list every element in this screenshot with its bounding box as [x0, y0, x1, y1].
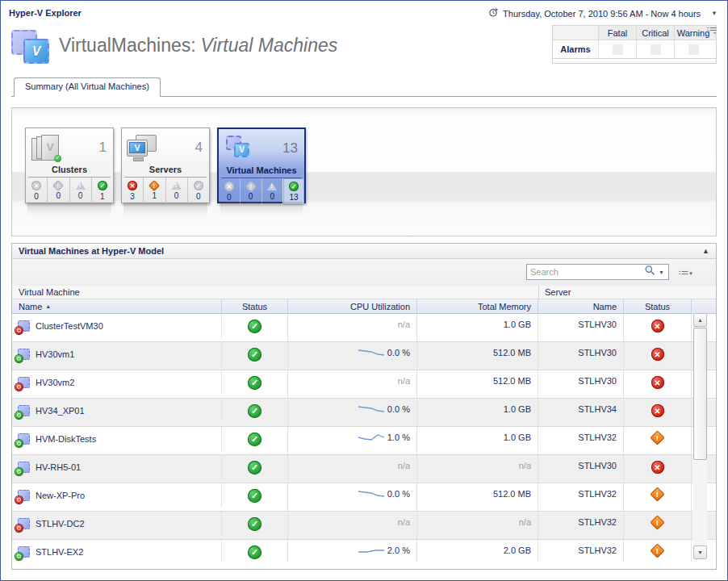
total-memory-cell: 1.0 GB [417, 399, 538, 426]
alarms-warning-cell[interactable] [674, 40, 712, 58]
server-name[interactable]: STLHV30 [578, 376, 617, 386]
vm-name[interactable]: HV30vm2 [36, 378, 74, 387]
cpu-value: 1.0 % [387, 433, 410, 442]
table-row[interactable]: ClusterTestVM30✓n/a1.0 GBSTLHV30✕ [12, 314, 716, 342]
tile-count: 13 [282, 140, 298, 157]
table-row[interactable]: HV30vm2✓n/a512.0 MBSTLHV30✕ [12, 370, 716, 399]
column-header-cpu-utilization[interactable]: CPU Utilization [288, 299, 417, 313]
column-header-server-status[interactable]: Status [624, 299, 692, 313]
vm-name-cell: HV34_XP01 [12, 399, 222, 423]
search-scope-caret-icon[interactable]: ▼ [656, 270, 668, 275]
tab-bar: Summary (All Virtual Machines) [11, 78, 717, 97]
scroll-down-button[interactable]: ▼ [693, 545, 707, 559]
server-name[interactable]: STLHV30 [578, 320, 617, 329]
vm-name-cell: ClusterTestVM30 [12, 314, 222, 338]
magnifier-icon[interactable] [644, 265, 656, 279]
alarms-fatal-cell[interactable] [598, 40, 636, 58]
power-on-badge-icon [15, 553, 23, 560]
cpu-sparkline [358, 545, 385, 555]
scrollbar-thumb[interactable] [693, 328, 707, 460]
virtual-machine-stack-icon: V [11, 30, 52, 67]
tab-summary-all-virtual-machines[interactable]: Summary (All Virtual Machines) [14, 77, 161, 97]
vm-name-cell: HV30vm2 [12, 370, 222, 395]
tile-servers[interactable]: V4Servers✕3!10✓0 [121, 127, 210, 203]
time-range-selector[interactable]: Thursday, October 7, 2010 9:56 AM - Now … [488, 7, 718, 19]
total-memory-cell: n/a [417, 455, 538, 483]
vm-table-panel: Virtual Machines at Hyper-V Model ▲ ▼ ▼ … [11, 243, 717, 570]
tile-status-warning[interactable]: 0 [261, 178, 283, 205]
alarms-critical-cell[interactable] [636, 40, 674, 58]
tile-status-fatal[interactable]: ✕3 [122, 178, 143, 204]
tile-status-critical[interactable]: !0 [240, 178, 261, 205]
tile-status-normal[interactable]: ✓13 [282, 178, 304, 205]
tile-status-critical[interactable]: !1 [143, 178, 165, 204]
vm-name[interactable]: HV34_XP01 [36, 406, 85, 416]
vm-name[interactable]: HV-RH5-01 [36, 462, 81, 472]
server-name[interactable]: STLHV32 [578, 489, 617, 499]
vm-status-cell: ✓ [222, 427, 288, 454]
vm-name[interactable]: HVM-DiskTests [36, 434, 96, 444]
server-name[interactable]: STLHV32 [578, 545, 617, 555]
tile-status-critical[interactable]: !0 [47, 178, 69, 204]
tile-clusters[interactable]: V✓1Clusters✕0!00✓1 [25, 127, 114, 203]
vm-icon [18, 462, 30, 473]
critical-diamond-icon: ! [650, 430, 664, 445]
scroll-up-button[interactable]: ▲ [693, 313, 707, 327]
table-row[interactable]: HVM-DiskTests✓1.0 %1.0 GBSTLHV32! [12, 427, 716, 455]
server-name-cell: STLHV30 [538, 314, 624, 341]
column-header-server-name[interactable]: Name [538, 299, 624, 313]
power-on-badge-icon [15, 468, 23, 475]
cpu-utilization-cell: n/a [288, 512, 417, 539]
server-name[interactable]: STLHV32 [578, 433, 617, 442]
panel-title-bar: Virtual Machines at Hyper-V Model ▲ [12, 244, 716, 259]
column-header-vm-name[interactable]: Name▲ [12, 299, 222, 313]
server-name[interactable]: STLHV30 [578, 461, 617, 470]
column-header-total-memory[interactable]: Total Memory [417, 299, 538, 313]
tile-status-normal[interactable]: ✓0 [187, 178, 209, 204]
server-name[interactable]: STLHV34 [578, 404, 617, 414]
server-status-cell: ✕ [624, 342, 692, 370]
table-row[interactable]: New-XP-Pro✓0.0 %512.0 MBSTLHV32! [12, 483, 716, 512]
tile-status-normal[interactable]: ✓1 [91, 178, 113, 204]
column-header-row: Name▲ Status CPU Utilization Total Memor… [12, 299, 716, 314]
status-count: 0 [56, 191, 61, 200]
memory-value: n/a [519, 461, 531, 470]
table-row[interactable]: STLHV-EX2✓2.0 %2.0 GBSTLHV32! [12, 540, 716, 562]
normal-check-icon: ✓ [248, 461, 261, 474]
status-count: 0 [174, 191, 179, 200]
normal-check-icon: ✓ [248, 320, 261, 333]
vm-name[interactable]: STLHV-EX2 [36, 547, 83, 557]
table-row[interactable]: HV34_XP01✓0.0 %1.0 GBSTLHV34✕ [12, 399, 716, 427]
table-row[interactable]: HV30vm1✓0.0 %512.0 MBSTLHV30✕ [12, 342, 716, 370]
search-input[interactable] [527, 267, 644, 277]
status-count: 3 [130, 192, 135, 201]
tile-virtual-machines[interactable]: V13Virtual Machines✕0!00✓13 [217, 127, 306, 203]
vm-status-cell: ✓ [222, 342, 288, 370]
vertical-scrollbar[interactable]: ▲ ▼ [693, 313, 707, 559]
alarms-options-icon[interactable] [707, 26, 717, 36]
chevron-down-icon[interactable]: ▼ [711, 10, 718, 17]
table-row[interactable]: STLHV-DC2✓n/an/aSTLHV32! [12, 512, 716, 540]
server-name-cell: STLHV34 [538, 399, 624, 426]
server-status-cell: ! [624, 540, 692, 562]
table-row[interactable]: HV-RH5-01✓n/an/aSTLHV30✕ [12, 455, 716, 483]
tile-status-warning[interactable]: 0 [69, 178, 91, 204]
server-name[interactable]: STLHV30 [578, 348, 617, 357]
vm-name[interactable]: HV30vm1 [36, 349, 74, 359]
vm-status-cell: ✓ [222, 540, 288, 562]
vm-name[interactable]: New-XP-Pro [36, 491, 85, 500]
tile-status-warning[interactable]: 0 [165, 178, 187, 204]
collapse-up-icon[interactable]: ▲ [702, 244, 709, 258]
column-header-vm-status[interactable]: Status [222, 299, 288, 313]
server-name[interactable]: STLHV32 [578, 517, 617, 527]
vm-name[interactable]: STLHV-DC2 [36, 519, 85, 529]
server-status-cell: ! [624, 483, 692, 511]
virtual-machines-icon: V [224, 136, 254, 162]
empty-count-swatch [688, 44, 699, 55]
total-memory-cell: 512.0 MB [417, 483, 538, 511]
table-options-icon[interactable]: ▼ [679, 266, 693, 281]
vm-name[interactable]: ClusterTestVM30 [36, 321, 103, 331]
tile-status-fatal[interactable]: ✕0 [219, 178, 240, 205]
cpu-utilization-cell: 0.0 % [288, 342, 417, 370]
tile-status-fatal[interactable]: ✕0 [26, 178, 47, 204]
